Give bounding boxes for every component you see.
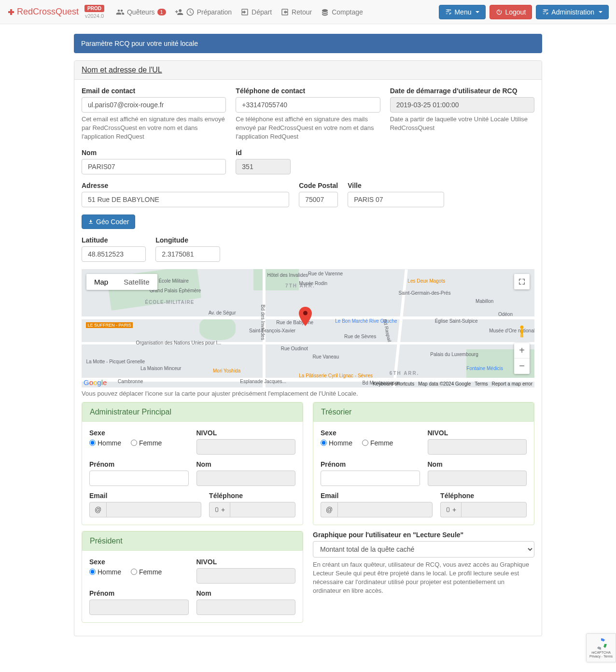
administration-label: Administration [551,8,594,16]
nav-queteurs[interactable]: Quêteurs 1 [116,8,166,16]
tres-sexe-femme[interactable]: Femme [362,439,393,447]
map-container[interactable]: École Militaire Grand Palais Éphémère ÉC… [82,269,534,387]
map-label: Mori Yoshida [213,368,240,373]
tres-prenom-input[interactable] [321,471,420,486]
recaptcha-badge: reCAPTCHA Privacy - Terms [586,633,616,646]
nav-depart[interactable]: Départ [240,8,272,16]
cp-label: Code Postal [299,182,338,189]
map-zoom-in[interactable]: + [514,343,530,358]
svg-rect-1 [520,329,523,334]
pres-sexe-homme[interactable]: Homme [89,568,121,576]
admin-tel-input [230,502,295,517]
admin-panel: Administrateur Principal Sexe Homme Femm… [82,402,303,525]
adresse-input[interactable] [82,192,289,207]
map-label: Av. de Ségur [209,310,236,315]
map-label: Organisation des Nations Unies pour l... [136,340,222,345]
lat-label: Latitude [82,236,146,244]
nav-retour[interactable]: Retour [280,8,312,16]
phone-help: Ce téléphone est affiché en signature de… [236,115,380,142]
tres-sexe-homme[interactable]: Homme [321,439,352,447]
ville-input[interactable] [348,192,444,207]
user-plus-icon [175,8,183,16]
logout-arrow-icon [240,8,249,16]
brand-link[interactable]: RedCrossQuest [7,7,79,17]
tres-nivol-input [428,439,527,455]
tres-tel-input [461,502,527,517]
email-input[interactable] [82,97,226,113]
lon-label: Longitude [155,236,220,244]
map-help: Vous pouvez déplacer l'icone sur la cart… [82,389,534,398]
pres-sexe-femme[interactable]: Femme [131,568,162,576]
map-label: Grand Palais Éphémère [150,288,201,293]
login-arrow-icon [280,8,289,16]
radio-homme[interactable] [321,440,327,446]
nom-input[interactable] [82,159,226,174]
tel-label: Téléphone [440,492,527,500]
nivol-label: NIVOL [428,429,527,437]
pegman-icon [517,325,527,338]
admin-title: Administrateur Principal [82,402,303,422]
admin-sexe-femme[interactable]: Femme [131,439,162,447]
version-text: v2024.0 [85,13,104,19]
president-title: Président [82,531,303,551]
map-label: Palais du Luxembourg [430,352,478,357]
red-cross-icon [7,8,15,16]
map-label: Bd des Invalides [260,305,266,340]
nav-retour-label: Retour [292,8,312,16]
radio-femme[interactable] [131,440,137,446]
radio-femme[interactable] [131,569,137,575]
google-logo: Google [84,378,107,386]
map-shortcuts[interactable]: Keyboard shortcuts [373,381,414,386]
nav-comptage[interactable]: Comptage [321,8,363,16]
radio-homme[interactable] [89,569,96,575]
caret-icon [599,11,602,13]
admin-sexe-homme[interactable]: Homme [89,439,121,447]
ul-panel-heading: Nom et adresse de l'UL [74,61,542,80]
readonly-select[interactable]: Montant total de la quête caché [313,541,534,558]
date-input [390,97,534,113]
map-report[interactable]: Report a map error [492,381,532,386]
logout-button[interactable]: Logout [490,5,532,19]
radio-femme[interactable] [362,440,368,446]
lat-input[interactable] [82,246,146,262]
map-label: 6TH ARR. [390,371,420,376]
nav-comptage-label: Comptage [332,8,363,16]
cp-input[interactable] [299,192,338,207]
map-terms[interactable]: Terms [475,381,488,386]
map-marker[interactable] [299,307,312,328]
geo-coder-button[interactable]: Géo Coder [82,214,135,229]
map-fullscreen-button[interactable] [514,274,530,289]
map-label: Église Saint-Sulpice [435,318,478,324]
mobile-icon [214,506,219,513]
map-attribution: Keyboard shortcuts Map data ©2024 Google… [371,380,534,387]
sexe-label: Sexe [89,558,189,566]
map-label: Odéon [498,312,513,317]
administration-button[interactable]: Administration [536,5,609,19]
phone-input[interactable] [236,97,380,113]
prenom-label: Prénom [321,460,420,468]
lon-input[interactable] [155,246,220,262]
main-container: Paramètre RCQ pour votre unité locale No… [67,34,549,636]
nav-preparation-label: Préparation [197,8,232,16]
readonly-group: Graphique pour l'utilisateur en "Lecture… [313,531,534,596]
map-tab-satellite[interactable]: Satellite [116,274,157,290]
id-label: id [236,149,291,157]
coins-icon [321,8,329,16]
date-help: Date a partir de laquelle votre Unité Lo… [390,115,534,132]
map-label: Les Deux Magots [407,278,445,284]
map-label: La Motte - Picquet Grenelle [86,359,145,364]
map-tab-map[interactable]: Map [86,274,116,290]
navbar: RedCrossQuest PROD v2024.0 Quêteurs 1 Pr… [0,0,616,24]
menu-button[interactable]: Menu [439,5,486,19]
admin-prenom-input[interactable] [89,471,189,486]
radio-homme[interactable] [89,440,96,446]
tresorier-title: Trésorier [313,402,534,422]
logout-label: Logout [505,8,526,16]
map-zoom-out[interactable]: − [514,358,530,374]
svg-point-4 [303,311,308,315]
sexe-label: Sexe [89,429,189,437]
map-pegman[interactable] [514,324,530,339]
nom-label: Nom [196,460,296,468]
power-icon [496,9,503,15]
nav-preparation[interactable]: Préparation [175,8,232,16]
